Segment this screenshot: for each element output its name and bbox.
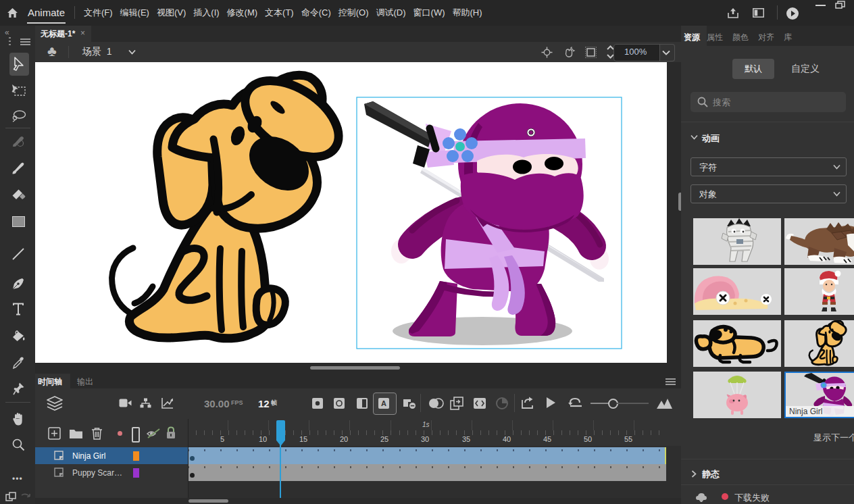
svg-text:A: A <box>381 399 386 407</box>
